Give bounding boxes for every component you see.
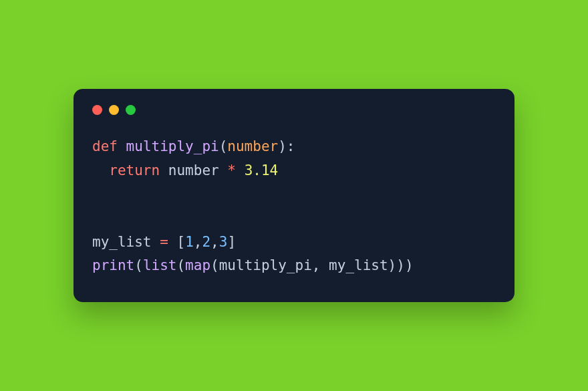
operator-assign: = [160,234,168,250]
number: 3 [219,234,228,250]
window-titlebar [92,105,496,115]
comma: , [312,257,321,273]
identifier: my_list [92,234,152,250]
space [320,257,329,273]
function-name: multiply_pi [126,138,219,154]
paren-close: ) [405,257,414,273]
function-map: map [185,257,210,273]
paren-open: ( [210,257,219,273]
close-icon[interactable] [92,105,102,115]
paren-open: ( [219,138,228,154]
function-print: print [92,257,134,273]
argument: multiply_pi [219,257,312,273]
bracket-open: [ [176,234,185,250]
code-window: def multiply_pi(number): return number *… [74,89,514,302]
space [219,162,228,178]
number: 2 [202,234,210,250]
keyword-return: return [109,162,160,178]
colon: : [287,138,295,154]
paren-open: ( [176,257,185,273]
number: 1 [185,234,194,250]
space [168,234,177,250]
space [236,162,245,178]
identifier: number [168,162,219,178]
paren-close: ) [396,257,405,273]
minimize-icon[interactable] [109,105,119,115]
argument: my_list [329,257,388,273]
function-list: list [143,257,177,273]
bracket-close: ] [227,234,236,250]
comma: , [210,234,219,250]
operator-multiply: * [227,162,236,178]
space [160,162,168,178]
paren-open: ( [134,257,143,273]
parameter: number [227,138,278,154]
comma: , [194,234,202,250]
space [152,234,160,250]
code-block: def multiply_pi(number): return number *… [92,135,496,278]
maximize-icon[interactable] [126,105,136,115]
paren-close: ) [388,257,397,273]
number-literal: 3.14 [245,162,279,178]
indent [92,162,109,178]
keyword-def: def [92,138,118,154]
paren-close: ) [278,138,287,154]
